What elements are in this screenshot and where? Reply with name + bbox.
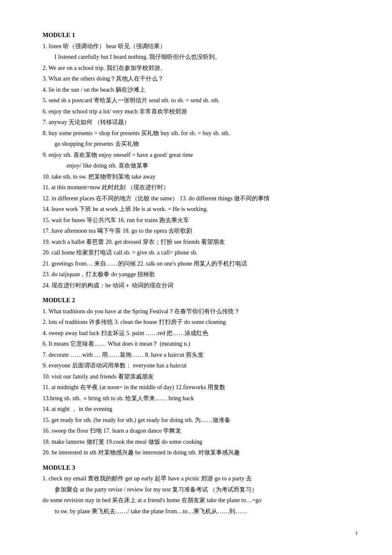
- line-m2-11: 15. get ready for sth. (be ready for sth…: [43, 415, 358, 426]
- line-m2-3: 4. sweep away bad luck 扫走坏运 5. paint ……r…: [43, 328, 358, 339]
- line-m1-23: 24. 现在进行时的构成：be 动词＋ 动词的现在分词: [43, 280, 358, 291]
- module1-title: MODULE 1: [43, 30, 358, 40]
- module1-section: MODULE 1 1. listen 听（强调动作） hear 听见（强调结果）…: [43, 30, 358, 291]
- line-m1-19: 19. watch a ballet 看芭蕾 20. get dressed 穿…: [43, 237, 358, 248]
- line-m1-6: 5. send sb a postcard 寄给某人一张明信片 send sth…: [43, 95, 358, 106]
- line-m1-17: 15. wait for buses 等公共汽车 16. run for tra…: [43, 215, 358, 226]
- line-m2-14: 20. be interested in sth 对某物感兴趣 be inter…: [43, 448, 358, 458]
- line-m1-9: 8. buy some presents = shop for presents…: [43, 128, 358, 139]
- line-m2-13: 18. make lanterns 做灯笼 19.cook the meal 做…: [43, 437, 358, 448]
- line-m1-3: 2. We are on a school trip. 我们在参加学校郊游。: [43, 63, 358, 74]
- line-m2-8: 11. at midnight 在半夜 (at noon= in the mid…: [43, 382, 358, 393]
- module3-title: MODULE 3: [43, 462, 358, 473]
- line-m1-20: 20. call home 给家里打电话 call sb. = give sb.…: [43, 248, 358, 258]
- line-m1-5: 4. lie in the sun / on the beach 躺在沙滩上: [43, 85, 358, 95]
- line-m1-14: 11. at this moment=now 此时此刻 （现在进行时）: [43, 182, 358, 193]
- line-m1-18: 17. have afternoon tea 喝下午茶 18. go to th…: [43, 226, 358, 237]
- line-m2-10: 14. at night ， in the evening: [43, 404, 358, 415]
- line-m1-1: 1. listen 听（强调动作） hear 听见（强调结果）: [43, 41, 358, 52]
- module2-title: MODULE 2: [43, 295, 358, 306]
- line-m2-12: 16. sweep the floor 扫地 17. learn a drago…: [43, 426, 358, 436]
- line-m1-8: 7. anyway 无论如何 （转移话题）: [43, 117, 358, 128]
- line-m1-7: 6. enjoy the school trip a lot/ very muc…: [43, 107, 358, 117]
- line-m1-22: 23. do taijiquan，打太极拳 do yangge 扭秧歌: [43, 269, 358, 280]
- line-m2-5: 7. decorate ……with … 用……装饰…… 8. have a h…: [43, 350, 358, 361]
- module2-section: MODULE 2 1. What traditions do you have …: [43, 295, 358, 458]
- module3-section: MODULE 3 1. check my email 查收我的邮件 get up…: [43, 462, 358, 517]
- line-m3-3: do some revision stay in bed 呆在床上 at a f…: [43, 495, 358, 506]
- line-m3-1: 1. check my email 查收我的邮件 get up early 起早…: [43, 474, 358, 484]
- line-m2-1: 1. What traditions do you have at the Sp…: [43, 306, 358, 317]
- line-m2-9: 13.bring sb. sth. ＝bring sth to sb. 给某人带…: [43, 393, 358, 404]
- line-m2-2: 2. lots of traditions 许多传统 3. clean the …: [43, 317, 358, 328]
- line-m1-21: 21. greetings from… 来自……的问候 22. talk on …: [43, 259, 358, 269]
- line-m1-4: 3. What are the others doing？其他人在干什么？: [43, 74, 358, 84]
- line-m2-4: 6. It means 它意味着…… What does it mean？ (m…: [43, 339, 358, 350]
- line-m2-6: 9. everyone 后面谓语动词用单数： everyone has a ha…: [43, 361, 358, 371]
- line-m1-15: 12. in different places 在不同的地方（比较 the sa…: [43, 194, 358, 204]
- line-m3-2: 参加聚会 at the party revise / review for my…: [43, 485, 358, 495]
- line-m1-16: 14. leave work 下班 be at work 上班 He is at…: [43, 204, 358, 215]
- line-m1-11: 9. enjoy sth. 喜欢某物 enjoy oneself = have …: [43, 150, 358, 161]
- line-m3-4: to sw. by plane 乘飞机去……/ take the plane f…: [43, 506, 358, 517]
- line-m1-10: go shopping for presents 去买礼物: [43, 139, 358, 150]
- page-content: MODULE 1 1. listen 听（强调动作） hear 听见（强调结果）…: [43, 30, 358, 517]
- line-m1-13: 10. take sth. to sw. 把某物带到某地 take away: [43, 172, 358, 182]
- line-m1-2: I listened carefully but I heard nothing…: [43, 52, 358, 63]
- line-m2-7: 10. visit our family and friends 看望亲戚朋友: [43, 372, 358, 382]
- line-m1-12: enjoy/ like doing sth. 喜欢做某事: [43, 161, 358, 171]
- page-number: 1: [355, 529, 358, 538]
